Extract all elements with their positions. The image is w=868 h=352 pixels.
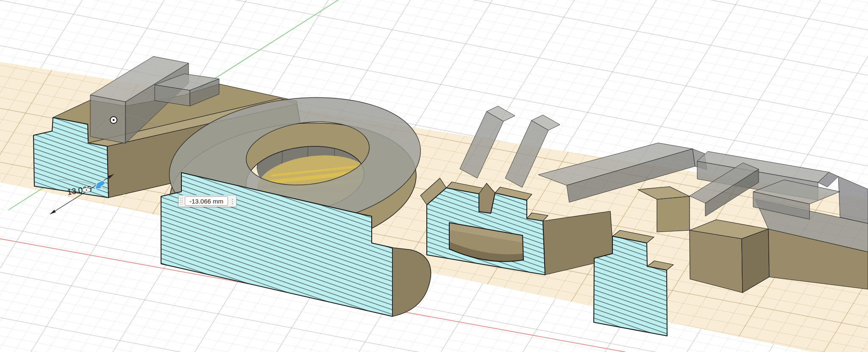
section-offset-widget[interactable]: -13.066 mm ⋮ — [178, 195, 236, 207]
dimension-grip-dot — [86, 189, 87, 191]
sketch-point-icon[interactable] — [110, 117, 117, 123]
section-offset-input[interactable]: -13.066 mm — [185, 196, 228, 206]
drag-handle-icon[interactable] — [179, 196, 184, 207]
ghost-bar-front-face[interactable] — [90, 95, 125, 143]
kebab-menu-icon[interactable]: ⋮ — [229, 196, 236, 207]
cad-viewport[interactable]: 13.066 -13.066 mm ⋮ — [0, 0, 868, 352]
viewport-canvas[interactable]: 13.066 — [0, 0, 868, 352]
letter-e-block-left-face[interactable] — [657, 196, 690, 232]
